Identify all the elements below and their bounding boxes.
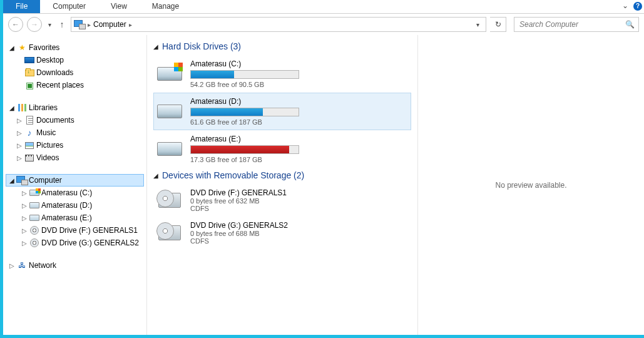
drive-filesystem: CDFS xyxy=(190,237,404,245)
tree-label: Downloads xyxy=(36,68,73,77)
tree-node-drive-d[interactable]: ▷ Amaterasu (D:) xyxy=(6,199,144,212)
tree-group-computer: ◢ Computer ▷ Amaterasu (C:) ▷ Amaterasu … xyxy=(6,174,144,249)
tree-label: Pictures xyxy=(36,141,63,150)
drive-name: Amaterasu (C:) xyxy=(190,59,404,68)
tree-label: DVD Drive (G:) GENERALS2 xyxy=(41,238,139,247)
drive-name: DVD Drive (G:) GENERALS2 xyxy=(190,221,404,230)
dvd-icon xyxy=(30,226,39,235)
refresh-button[interactable]: ↻ xyxy=(490,17,506,32)
tree-node-drive-g[interactable]: ▷ DVD Drive (G:) GENERALS2 xyxy=(6,237,144,249)
tree-label: Network xyxy=(29,261,56,270)
expand-icon[interactable]: ▷ xyxy=(20,215,29,222)
tree-label: Music xyxy=(36,128,56,137)
tree-node-drive-f[interactable]: ▷ DVD Drive (F:) GENERALS1 xyxy=(6,224,144,237)
drive-free-text: 17.3 GB free of 187 GB xyxy=(190,156,404,163)
expand-icon[interactable]: ▷ xyxy=(15,155,24,161)
group-header-removable[interactable]: ◢ Devices with Removable Storage (2) xyxy=(153,170,411,180)
tree-group-libraries: ◢ Libraries ▷ Documents ▷ ♪ Music ▷ xyxy=(6,101,144,164)
drive-item[interactable]: DVD Drive (F:) GENERALS10 bytes free of … xyxy=(153,184,411,217)
tree-label: Computer xyxy=(29,176,62,185)
tree-node-desktop[interactable]: Desktop xyxy=(6,54,144,66)
drive-filesystem: CDFS xyxy=(190,205,404,212)
tree-node-drive-e[interactable]: ▷ Amaterasu (E:) xyxy=(6,212,144,224)
tree-label: Recent places xyxy=(36,81,84,90)
address-location: Computer xyxy=(93,20,126,29)
expand-icon[interactable]: ▷ xyxy=(15,142,24,149)
tree-label: Favorites xyxy=(29,43,59,52)
videos-icon xyxy=(25,155,34,161)
ribbon-tab-computer[interactable]: Computer xyxy=(40,0,98,13)
expand-icon[interactable]: ▷ xyxy=(20,240,29,247)
dvd-icon xyxy=(158,225,181,240)
search-box[interactable]: 🔍 xyxy=(514,17,639,32)
tree-node-computer[interactable]: ◢ Computer xyxy=(6,174,144,187)
star-icon: ★ xyxy=(16,43,28,53)
address-history-button[interactable]: ▾ xyxy=(472,21,483,28)
collapse-icon[interactable]: ◢ xyxy=(8,177,16,184)
tree-label: Amaterasu (C:) xyxy=(41,188,92,197)
tree-node-videos[interactable]: ▷ Videos xyxy=(6,151,144,164)
drive-name: Amaterasu (E:) xyxy=(190,135,404,143)
computer-icon xyxy=(16,176,28,185)
ribbon: File Computer View Manage ⌄ ? xyxy=(3,0,644,14)
tree-node-libraries[interactable]: ◢ Libraries xyxy=(6,101,144,114)
drive-item[interactable]: Amaterasu (D:)61.6 GB free of 187 GB xyxy=(153,93,411,130)
recent-locations-button[interactable]: ▾ xyxy=(46,21,53,28)
tree-node-documents[interactable]: ▷ Documents xyxy=(6,114,144,126)
search-icon: 🔍 xyxy=(625,20,635,29)
tree-node-pictures[interactable]: ▷ Pictures xyxy=(6,139,144,151)
usage-bar xyxy=(190,145,299,154)
navigation-tree: ◢ ★ Favorites Desktop Downloads ▣ xyxy=(3,35,147,335)
hdd-icon xyxy=(157,105,182,118)
help-icon: ? xyxy=(633,2,642,11)
ribbon-expand-icon[interactable]: ⌄ xyxy=(619,0,631,13)
tree-node-recent-places[interactable]: ▣ Recent places xyxy=(6,79,144,91)
collapse-icon[interactable]: ◢ xyxy=(153,43,158,50)
tree-node-music[interactable]: ▷ ♪ Music xyxy=(6,126,144,139)
ribbon-tab-view[interactable]: View xyxy=(98,0,140,13)
expand-icon[interactable]: ▷ xyxy=(15,130,24,136)
search-input[interactable] xyxy=(518,19,625,29)
group-label: Hard Disk Drives (3) xyxy=(162,41,241,51)
group-header-hdd[interactable]: ◢ Hard Disk Drives (3) xyxy=(153,41,411,51)
chevron-right-icon: ▸ xyxy=(129,21,132,28)
forward-button[interactable]: → xyxy=(27,17,42,32)
preview-pane: No preview available. xyxy=(417,35,644,335)
drive-free-text: 0 bytes free of 688 MB xyxy=(190,230,404,237)
drive-item[interactable]: Amaterasu (C:)54.2 GB free of 90.5 GB xyxy=(153,55,411,93)
drive-free-text: 61.6 GB free of 187 GB xyxy=(190,118,404,126)
expand-icon[interactable]: ▷ xyxy=(15,117,24,124)
expand-icon[interactable]: ▷ xyxy=(20,190,29,197)
usage-bar xyxy=(190,108,299,116)
back-button[interactable]: ← xyxy=(8,17,23,32)
tree-node-drive-c[interactable]: ▷ Amaterasu (C:) xyxy=(6,187,144,199)
group-label: Devices with Removable Storage (2) xyxy=(162,170,304,180)
drive-item[interactable]: Amaterasu (E:)17.3 GB free of 187 GB xyxy=(153,130,411,168)
collapse-icon[interactable]: ◢ xyxy=(8,44,16,51)
expand-icon[interactable]: ▷ xyxy=(20,202,29,209)
collapse-icon[interactable]: ◢ xyxy=(153,172,158,179)
hdd-icon xyxy=(29,202,39,208)
drive-free-text: 0 bytes free of 632 MB xyxy=(190,197,404,205)
address-bar[interactable]: ▸ Computer ▸ ▾ xyxy=(71,17,486,32)
usage-bar xyxy=(190,70,299,79)
collapse-icon[interactable]: ◢ xyxy=(8,105,16,111)
tree-node-favorites[interactable]: ◢ ★ Favorites xyxy=(6,41,144,54)
ribbon-tab-manage[interactable]: Manage xyxy=(140,0,192,13)
ribbon-file-tab[interactable]: File xyxy=(3,0,40,13)
tree-group-network: ▷ 🖧 Network xyxy=(6,259,144,272)
expand-icon[interactable]: ▷ xyxy=(8,262,16,269)
drive-item[interactable]: DVD Drive (G:) GENERALS20 bytes free of … xyxy=(153,217,411,249)
tree-label: Videos xyxy=(36,153,59,162)
drive-free-text: 54.2 GB free of 90.5 GB xyxy=(190,81,404,88)
expand-icon[interactable]: ▷ xyxy=(20,227,29,234)
tree-node-downloads[interactable]: Downloads xyxy=(6,66,144,79)
network-icon: 🖧 xyxy=(16,260,28,270)
tree-group-favorites: ◢ ★ Favorites Desktop Downloads ▣ xyxy=(6,41,144,91)
tree-label: Libraries xyxy=(29,103,58,112)
hdd-icon xyxy=(29,215,39,221)
up-button[interactable]: ↑ xyxy=(57,19,67,29)
preview-text: No preview available. xyxy=(495,181,566,190)
tree-node-network[interactable]: ▷ 🖧 Network xyxy=(6,259,144,272)
help-button[interactable]: ? xyxy=(631,0,644,13)
